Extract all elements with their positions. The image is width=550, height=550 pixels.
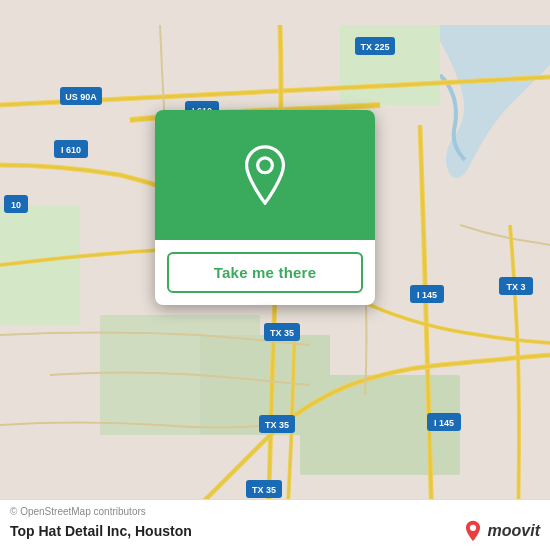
svg-text:TX 225: TX 225 — [360, 42, 389, 52]
popup-card: Take me there — [155, 110, 375, 305]
location-pin-icon — [239, 145, 291, 205]
location-name: Top Hat Detail Inc, Houston — [10, 523, 192, 539]
moovit-logo: moovit — [462, 520, 540, 542]
map-container: US 90A TX 225 I 610 I 610 10 TX 35 TX 35… — [0, 0, 550, 550]
moovit-brand-text: moovit — [488, 522, 540, 540]
svg-text:US 90A: US 90A — [65, 92, 97, 102]
svg-text:TX 35: TX 35 — [252, 485, 276, 495]
svg-text:I 145: I 145 — [417, 290, 437, 300]
map-attribution: © OpenStreetMap contributors — [10, 506, 540, 517]
popup-green-header — [155, 110, 375, 240]
take-me-there-button[interactable]: Take me there — [167, 252, 363, 293]
svg-text:TX 35: TX 35 — [270, 328, 294, 338]
svg-point-29 — [469, 525, 475, 531]
bottom-bar: © OpenStreetMap contributors Top Hat Det… — [0, 499, 550, 550]
moovit-pin-icon — [462, 520, 484, 542]
svg-text:10: 10 — [11, 200, 21, 210]
svg-text:TX 35: TX 35 — [265, 420, 289, 430]
svg-text:TX 3: TX 3 — [506, 282, 525, 292]
svg-point-28 — [258, 158, 273, 173]
location-name-row: Top Hat Detail Inc, Houston moovit — [10, 520, 540, 542]
svg-text:I 610: I 610 — [61, 145, 81, 155]
svg-text:I 145: I 145 — [434, 418, 454, 428]
